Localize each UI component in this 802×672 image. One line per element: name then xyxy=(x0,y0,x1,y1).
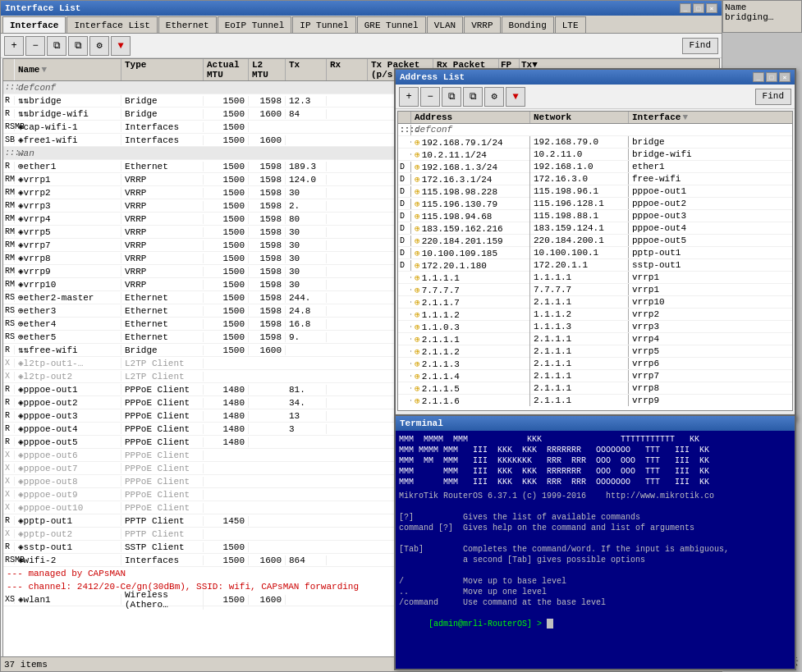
header-name[interactable]: Name ▼ xyxy=(15,59,121,80)
header-rx: Rx xyxy=(327,59,368,80)
row-tx: 13 xyxy=(286,411,327,421)
addr-close[interactable]: × xyxy=(779,72,791,82)
addr-row-flag xyxy=(398,363,411,364)
addr-address: ⊕1.1.0.3 xyxy=(411,321,530,333)
row-actualmtu: 1480 xyxy=(204,385,249,395)
row-tx: 244. xyxy=(286,293,327,303)
row-flag: RM xyxy=(3,201,15,210)
tab-eoip[interactable]: EoIP Tunnel xyxy=(218,16,292,33)
addr-row[interactable]: D ⊕115.198.94.68 115.198.88.1 pppoe-out3 xyxy=(398,210,792,222)
addr-row[interactable]: ⊕2.1.1.2 2.1.1.1 vrrp5 xyxy=(398,345,792,358)
addr-address: ⊕2.1.1.3 xyxy=(411,358,530,370)
tab-interface-list[interactable]: Interface List xyxy=(66,16,157,33)
addr-window-title: Address List xyxy=(400,72,465,82)
addr-row[interactable]: ⊕1.1.1.2 1.1.1.2 vrrp2 xyxy=(398,309,792,321)
addr-row[interactable]: D ⊕183.159.162.216 183.159.124.1 pppoe-o… xyxy=(398,222,792,235)
remove-button[interactable]: − xyxy=(25,36,45,56)
addr-row[interactable]: ⊕1.1.0.3 1.1.1.3 vrrp3 xyxy=(398,321,792,333)
addr-row[interactable]: ⊕2.1.1.1 2.1.1.1 vrrp4 xyxy=(398,333,792,345)
row-name: ◈l2tp-out1-… xyxy=(15,358,121,368)
addr-table: Address Network Interface ▼ ::::defconf … xyxy=(397,111,793,411)
addr-row[interactable]: ⊕7.7.7.7 7.7.7.7 vrrp1 xyxy=(398,284,792,296)
addr-sort-button[interactable]: ⚙ xyxy=(484,87,504,107)
addr-paste-button[interactable]: ⧉ xyxy=(463,87,483,107)
addr-row[interactable]: ⊕10.2.11.1/24 10.2.11.0 bridge-wifi xyxy=(398,149,792,161)
addr-address: ⊕10.100.109.185 xyxy=(411,247,530,259)
copy-button[interactable]: ⧉ xyxy=(47,36,66,56)
row-name: ◈vrrp4 xyxy=(15,213,121,224)
addr-interface: ether1 xyxy=(629,161,792,172)
row-name: ◈vrrp7 xyxy=(15,240,121,250)
addr-add-button[interactable]: + xyxy=(399,87,419,107)
filter-button[interactable]: ▼ xyxy=(111,36,131,56)
addr-row[interactable]: ⊕2.1.1.4 2.1.1.1 vrrp7 xyxy=(398,370,792,382)
addr-address: ⊕220.184.201.159 xyxy=(411,235,530,247)
row-l2mtu: 1598 xyxy=(249,267,286,277)
addr-row[interactable]: D ⊕115.196.130.79 115.196.128.1 pppoe-ou… xyxy=(398,198,792,210)
addr-row[interactable]: ⊕2.1.1.7 2.1.1.1 vrrp10 xyxy=(398,296,792,309)
row-type: PPPoE Client xyxy=(121,437,204,447)
addr-row[interactable]: ⊕2.1.1.5 2.1.1.1 vrrp8 xyxy=(398,382,792,395)
header-actualmtu: Actual MTU xyxy=(204,59,249,80)
addr-scroll[interactable]: ::::defconf ⊕192.168.79.1/24 192.168.79.… xyxy=(398,124,792,406)
addr-row[interactable]: ⊕2.1.1.3 2.1.1.1 vrrp6 xyxy=(398,358,792,370)
sort-button[interactable]: ⚙ xyxy=(89,36,109,56)
row-tx: 864 xyxy=(286,555,327,565)
addr-network: 2.1.1.1 xyxy=(530,395,629,406)
addr-copy-button[interactable]: ⧉ xyxy=(442,87,461,107)
tab-interface[interactable]: Interface xyxy=(2,16,66,33)
addr-minimize[interactable]: _ xyxy=(753,72,764,82)
terminal-blank3 xyxy=(399,565,791,576)
addr-icon: ⊕ xyxy=(415,396,420,406)
addr-interface: bridge-wifi xyxy=(629,149,792,160)
addr-remove-button[interactable]: − xyxy=(420,87,440,107)
addr-row[interactable]: ⊕2.1.1.6 2.1.1.1 vrrp9 xyxy=(398,395,792,406)
row-name: ◈pptp-out2 xyxy=(15,528,121,539)
paste-button[interactable]: ⧉ xyxy=(68,36,88,56)
row-actualmtu: 1480 xyxy=(204,411,249,421)
row-tx: 124.0 xyxy=(286,175,327,185)
addr-row[interactable]: ⊕192.168.79.1/24 192.168.79.0 bridge xyxy=(398,136,792,149)
terminal-tab2: a second [Tab] gives possible options xyxy=(399,555,791,565)
close-button[interactable]: × xyxy=(706,3,717,13)
terminal-content[interactable]: MMM MMMM MMM KKK TTTTTTTTTTT KK MMM MMMM… xyxy=(396,431,795,669)
add-button[interactable]: + xyxy=(4,36,24,56)
addr-filter-button[interactable]: ▼ xyxy=(506,87,525,107)
tab-lte[interactable]: LTE xyxy=(555,16,586,33)
addr-address: ⊕115.198.94.68 xyxy=(411,210,530,222)
tab-gre[interactable]: GRE Tunnel xyxy=(357,16,426,33)
find-button[interactable]: Find xyxy=(682,38,718,54)
row-actualmtu: 1500 xyxy=(204,135,249,145)
addr-find-button[interactable]: Find xyxy=(755,89,791,105)
row-name: ◈vrrp8 xyxy=(15,253,121,263)
addr-row[interactable]: ::::defconf xyxy=(398,124,792,136)
addr-row[interactable]: ⊕1.1.1.1 1.1.1.1 vrrp1 xyxy=(398,272,792,284)
title-bar: Interface List _ □ × xyxy=(1,1,722,16)
addr-row[interactable]: D ⊕172.16.3.1/24 172.16.3.0 free-wifi xyxy=(398,173,792,185)
header-type: Type xyxy=(121,59,204,80)
maximize-button[interactable]: □ xyxy=(693,3,704,13)
tab-ethernet[interactable]: Ethernet xyxy=(158,16,217,33)
addr-row[interactable]: D ⊕10.100.109.185 10.100.100.1 pptp-out1 xyxy=(398,247,792,259)
tab-vrrp[interactable]: VRRP xyxy=(464,16,500,33)
addr-row[interactable]: D ⊕220.184.201.159 220.184.200.1 pppoe-o… xyxy=(398,235,792,247)
addr-row-flag: D xyxy=(398,211,411,222)
addr-icon: ⊕ xyxy=(415,384,420,394)
row-actualmtu: 1480 xyxy=(204,398,249,408)
ascii-line-5: MMM MMM III KKK KKK RRR RRR OOOOOOO TTT … xyxy=(399,477,791,487)
toolbar: + − ⧉ ⧉ ⚙ ▼ Find xyxy=(1,34,722,58)
tab-iptunnel[interactable]: IP Tunnel xyxy=(292,16,355,33)
addr-row[interactable]: D ⊕192.168.1.3/24 192.168.1.0 ether1 xyxy=(398,161,792,173)
addr-row[interactable]: D ⊕115.198.98.228 115.198.96.1 pppoe-out… xyxy=(398,185,792,198)
tab-bonding[interactable]: Bonding xyxy=(502,16,554,33)
row-actualmtu: 1500 xyxy=(204,162,249,171)
row-type: PPPoE Client xyxy=(121,385,204,395)
minimize-button[interactable]: _ xyxy=(680,3,691,13)
addr-header-flag xyxy=(398,112,411,123)
terminal-prompt[interactable]: [admin@mrli-RouterOS] > xyxy=(399,608,791,640)
addr-row[interactable]: D ⊕172.20.1.180 172.20.1.1 sstp-out1 xyxy=(398,259,792,272)
terminal-title: Terminal xyxy=(396,416,795,431)
addr-maximize[interactable]: □ xyxy=(766,72,777,82)
tab-vlan[interactable]: VLAN xyxy=(427,16,463,33)
terminal-window: Terminal MMM MMMM MMM KKK TTTTTTTTTTT KK… xyxy=(394,414,796,670)
